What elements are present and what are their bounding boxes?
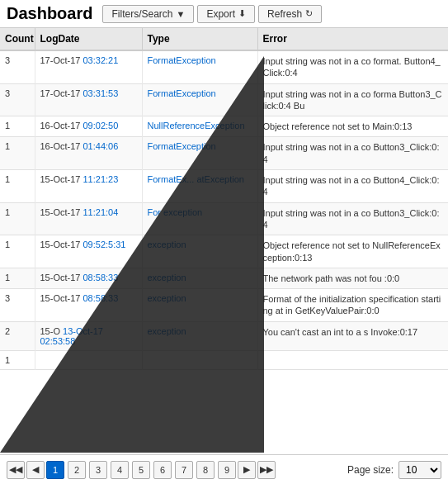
page-number-button-7[interactable]: 7 [175,461,193,479]
page-number-button-5[interactable]: 5 [132,461,150,479]
cell-logdate: 15-Oct-17 11:21:04 [35,202,142,235]
col-header-count: Count [0,28,35,50]
cell-logdate: 15-Oct-17 08:58:33 [35,289,142,322]
filters-search-button[interactable]: Filters/Search ▼ [102,5,194,23]
cell-error: Object reference not set to Main:0:13 [257,116,448,137]
table-row[interactable]: 115-Oct-17 09:52:5:31exceptionObject ref… [0,235,448,268]
table-row[interactable]: 116-Oct-17 01:44:06FormatExceptionInput … [0,137,448,170]
cell-type [142,350,257,369]
export-button[interactable]: Export ⬇ [197,5,255,23]
cell-count: 1 [0,235,35,268]
cell-type: FormatException [142,83,257,116]
cell-logdate: 15-Oct-17 08:58:33 [35,268,142,288]
cell-count: 3 [0,83,35,116]
cell-count: 3 [0,50,35,83]
cell-count: 2 [0,321,35,350]
pagination: ◀◀ ◀ 123456789 ▶ ▶▶ Page size: 102550100 [0,454,448,484]
dashboard-title: Dashboard [7,4,92,23]
cell-error: Input string was not in a co Button4_Cli… [257,170,448,203]
cell-count: 1 [0,268,35,288]
cell-logdate: 15-O 13-Oct-17 02:53:58 [35,321,142,350]
next-page-button[interactable]: ▶ [238,461,256,479]
cell-count: 1 [0,116,35,137]
cell-count: 1 [0,137,35,170]
cell-type: NullReferenceException [142,116,257,137]
cell-type: FormatException [142,50,257,83]
cell-error: Input string was not in a co forma Butto… [257,83,448,116]
table-row[interactable]: 116-Oct-17 09:02:50NullReferenceExceptio… [0,116,448,137]
cell-error: Input string was not in a co Button3_Cli… [257,202,448,235]
cell-type: exception [142,235,257,268]
table-row[interactable]: 115-Oct-17 08:58:33exceptionThe network … [0,268,448,288]
cell-type: exception [142,268,257,288]
refresh-button[interactable]: Refresh ↻ [258,5,322,23]
page-number-button-6[interactable]: 6 [153,461,172,479]
cell-error: You can't cast an int to a s Invoke:0:17 [257,321,448,350]
cell-type: exception [142,321,257,350]
page-number-button-8[interactable]: 8 [196,461,215,479]
cell-count: 1 [0,350,35,369]
page-number-button-9[interactable]: 9 [218,461,236,479]
cell-logdate: 15-Oct-17 11:21:23 [35,170,142,203]
cell-logdate [35,350,142,369]
cell-logdate: 17-Oct-17 03:32:21 [35,50,142,83]
cell-error: The network path was not fou :0:0 [257,268,448,288]
page-size-label: Page size: [347,464,394,476]
col-header-type: Type [142,28,257,50]
page-number-button-4[interactable]: 4 [111,461,129,479]
cell-error: Input string was not in a co Button3_Cli… [257,137,448,170]
table-row[interactable]: 317-Oct-17 03:31:53FormatExceptionInput … [0,83,448,116]
refresh-icon: ↻ [305,8,313,19]
cell-type: FormatException [142,137,257,170]
page-number-button-3[interactable]: 3 [89,461,107,479]
data-table: Count LogDate Type Error 317-Oct-17 03:3… [0,28,448,370]
col-header-logdate: LogDate [35,28,142,50]
cell-count: 3 [0,289,35,322]
table-header-row: Count LogDate Type Error [0,28,448,50]
last-page-button[interactable]: ▶▶ [257,461,276,479]
cell-count: 1 [0,170,35,203]
chevron-down-icon: ▼ [177,9,186,19]
first-page-button[interactable]: ◀◀ [7,461,25,479]
data-table-container: Count LogDate Type Error 317-Oct-17 03:3… [0,28,448,454]
cell-type: exception [142,289,257,322]
cell-error: Input string was not in a co format. But… [257,50,448,83]
table-row[interactable]: 1 [0,350,448,369]
cell-type: FormatEx... atException [142,170,257,203]
header: Dashboard Filters/Search ▼ Export ⬇ Refr… [0,0,448,28]
table-row[interactable]: 315-Oct-17 08:58:33exceptionFormat of th… [0,289,448,322]
cell-error: Object reference not set to NullReferenc… [257,235,448,268]
prev-page-button[interactable]: ◀ [26,461,45,479]
cell-logdate: 16-Oct-17 09:02:50 [35,116,142,137]
table-row[interactable]: 115-Oct-17 11:21:23FormatEx... atExcepti… [0,170,448,203]
cell-error: Format of the initialization specificati… [257,289,448,322]
table-row[interactable]: 317-Oct-17 03:32:21FormatExceptionInput … [0,50,448,83]
cell-logdate: 16-Oct-17 01:44:06 [35,137,142,170]
cell-type: For exception [142,202,257,235]
col-header-error: Error [257,28,448,50]
cell-logdate: 15-Oct-17 09:52:5:31 [35,235,142,268]
cell-error [257,350,448,369]
download-icon: ⬇ [238,8,246,19]
cell-count: 1 [0,202,35,235]
page-number-button-2[interactable]: 2 [68,461,86,479]
page-number-button-1[interactable]: 1 [46,461,64,479]
table-row[interactable]: 215-O 13-Oct-17 02:53:58exceptionYou can… [0,321,448,350]
cell-logdate: 17-Oct-17 03:31:53 [35,83,142,116]
page-size-select[interactable]: 102550100 [398,461,441,479]
table-row[interactable]: 115-Oct-17 11:21:04For exceptionInput st… [0,202,448,235]
